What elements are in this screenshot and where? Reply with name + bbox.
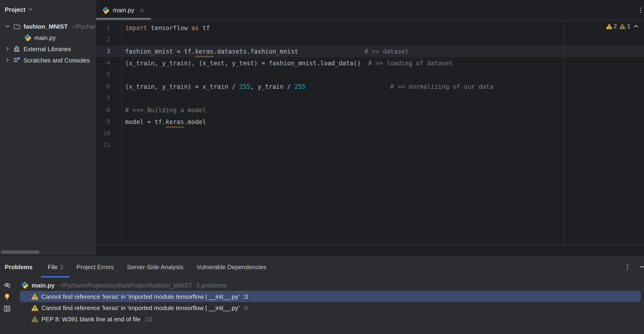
code-editor[interactable]: 1234567891011 import tensorflow as tf fa… (96, 21, 644, 245)
project-tree-item[interactable]: Scratches and Consoles (0, 54, 96, 66)
line-number: 10 (96, 128, 110, 140)
inspection-widget[interactable]: 2 1 (606, 23, 639, 30)
problems-file-name: main.py (32, 282, 54, 289)
chevron-right-icon[interactable] (5, 46, 10, 52)
code-line[interactable]: model = tf.keras.model (125, 116, 644, 128)
hide-panel-icon[interactable] (639, 263, 644, 271)
close-icon[interactable] (139, 7, 145, 13)
editor-column: main.py 1234567891011 import tensorflow … (96, 0, 644, 256)
chevron-right-icon[interactable] (5, 57, 10, 63)
code-line[interactable] (125, 128, 644, 140)
chevron-down-icon[interactable] (28, 6, 34, 12)
code-line[interactable] (125, 34, 644, 46)
code-line[interactable]: fashion_mnist = tf.keras.datasets.fashio… (125, 46, 644, 57)
pycharm-window: Project fashion_MNIST~/Pycharmain.pyExte… (0, 0, 644, 334)
code-line[interactable]: (x_train, y_train), (x_test, y_test) = f… (125, 57, 644, 69)
chevron-up-icon[interactable] (633, 23, 639, 30)
project-panel-header[interactable]: Project (0, 0, 96, 19)
problem-line-number: :10 (144, 316, 152, 323)
problem-row[interactable]: PEP 8: W391 blank line at end of file:10 (20, 313, 641, 325)
libraries-icon (13, 45, 21, 53)
preview-panel-icon[interactable] (3, 305, 11, 312)
warning-group[interactable]: 2 (606, 23, 617, 30)
problems-count-label: 3 problems (196, 282, 226, 289)
editor-bottom-strip (96, 245, 644, 256)
code-token: .datasets.fashion_mnist (214, 48, 298, 55)
code-line[interactable]: import tensorflow as tf (125, 22, 644, 34)
problems-header: Problems File3Project ErrorsServer-Side … (0, 256, 644, 278)
problems-tab-server-side-analysis[interactable]: Server-Side Analysis (120, 256, 190, 278)
code-token (306, 83, 390, 90)
weak-warning-icon (619, 23, 626, 30)
code-token: .model (184, 118, 206, 125)
problems-file-row[interactable]: main.py ~/PycharmProjects/pythonProject/… (14, 280, 644, 291)
code-token: as (192, 24, 199, 31)
warning-icon (31, 304, 38, 312)
weak-warning-icon (31, 315, 38, 323)
code-area[interactable]: import tensorflow as tf fashion_mnist = … (122, 21, 644, 245)
project-tree-item[interactable]: main.py (0, 32, 96, 43)
scratches-icon (13, 56, 21, 64)
problems-tab-file[interactable]: File3 (41, 256, 70, 278)
python-icon (21, 281, 29, 289)
problem-message: Cannot find reference 'keras' in 'import… (42, 293, 240, 300)
code-token: model = tf. (125, 118, 166, 125)
code-token: # >>> Building a model (125, 107, 206, 114)
problems-list: Cannot find reference 'keras' in 'import… (14, 291, 644, 325)
tab-label: Project Errors (76, 263, 114, 270)
horizontal-scrollbar-thumb[interactable] (1, 250, 40, 254)
project-tree-item[interactable]: External Libraries (0, 43, 96, 54)
project-tree: fashion_MNIST~/Pycharmain.pyExternal Lib… (0, 19, 96, 66)
tab-counter: 3 (60, 263, 63, 270)
kebab-menu-icon[interactable] (637, 6, 644, 14)
code-token: (x_train, y_train) = x_train / (125, 83, 239, 90)
code-token: 255 (294, 83, 306, 90)
tree-item-label: Scratches and Consoles (24, 57, 90, 64)
code-token: # >> normalizing of our data (390, 83, 493, 90)
line-number: 5 (96, 69, 110, 81)
code-line[interactable] (125, 69, 644, 81)
line-number: 2 (96, 34, 110, 46)
problem-row[interactable]: Cannot find reference 'keras' in 'import… (20, 302, 641, 313)
line-number: 3 (96, 46, 110, 57)
main-row: Project fashion_MNIST~/Pycharmain.pyExte… (0, 0, 644, 256)
tree-item-label: External Libraries (24, 45, 71, 52)
code-token: (x_train, y_train), (x_test, y_test) = f… (125, 60, 368, 67)
tab-label: File (48, 263, 58, 270)
editor-tab-bar: main.py (96, 0, 644, 21)
tab-main-py[interactable]: main.py (96, 0, 151, 20)
line-number: 1 (96, 22, 110, 34)
code-token: keras (195, 48, 213, 55)
line-number: 9 (96, 116, 110, 128)
chevron-down-icon[interactable] (5, 23, 10, 29)
kebab-menu-icon[interactable] (624, 263, 631, 271)
code-token: tf (199, 24, 210, 31)
problems-panel: Problems File3Project ErrorsServer-Side … (0, 256, 644, 334)
weak-warning-group[interactable]: 1 (619, 23, 630, 30)
problem-row[interactable]: Cannot find reference 'keras' in 'import… (20, 291, 641, 302)
code-line[interactable] (125, 140, 644, 151)
folder-icon (13, 22, 21, 30)
code-line[interactable]: # >>> Building a model (125, 104, 644, 116)
code-token: # >> dataset (364, 48, 409, 55)
code-line[interactable] (125, 93, 644, 104)
weak-warning-count: 1 (627, 23, 630, 30)
line-number: 6 (96, 81, 110, 93)
problems-toolbar (0, 281, 14, 312)
problem-line-number: :9 (243, 304, 248, 311)
tab-label: Server-Side Analysis (127, 263, 184, 270)
python-icon (102, 6, 110, 14)
problems-body: main.py ~/PycharmProjects/pythonProject/… (0, 278, 644, 334)
line-number-gutter[interactable]: 1234567891011 (96, 21, 122, 245)
project-panel-title: Project (5, 6, 26, 13)
code-token: , y_train / (250, 83, 294, 90)
problems-tab-vulnerable-dependencies[interactable]: Vulnerable Dependencies (190, 256, 273, 278)
quick-fix-lightbulb-icon[interactable] (3, 293, 11, 301)
view-options-icon[interactable] (3, 281, 11, 289)
tree-item-label: fashion_MNIST (24, 23, 68, 30)
project-panel: Project fashion_MNIST~/Pycharmain.pyExte… (0, 0, 96, 256)
project-tree-item[interactable]: fashion_MNIST~/Pychar (0, 21, 96, 32)
problems-file-path: ~/PycharmProjects/pythonProject/fashion_… (58, 282, 192, 289)
code-line[interactable]: (x_train, y_train) = x_train / 255, y_tr… (125, 81, 644, 93)
problems-tab-project-errors[interactable]: Project Errors (70, 256, 120, 278)
